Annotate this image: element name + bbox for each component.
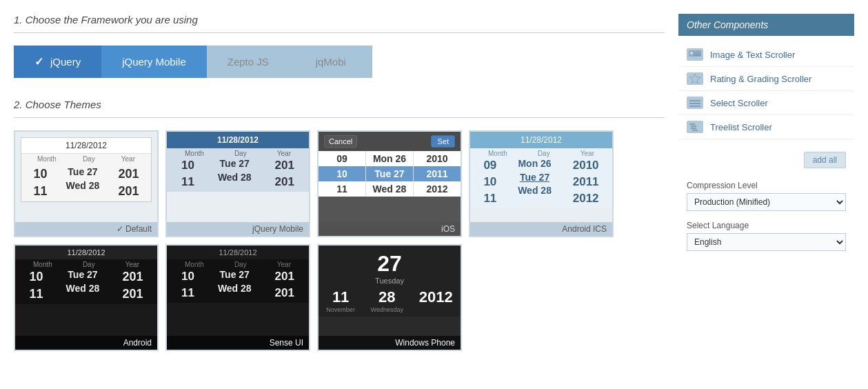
sidebar-item-rating-label: Rating & Grading Scroller (710, 74, 811, 84)
sidebar-item-select-scroller[interactable]: Select Scroller (678, 91, 854, 115)
fw-btn-jquery[interactable]: ✓ jQuery (14, 46, 101, 78)
theme-default[interactable]: 11/28/2012 MonthDayYear 1011 Tue 27Wed 2… (14, 130, 159, 237)
step2-title: 2. Choose Themes (14, 99, 665, 110)
themes-grid: 11/28/2012 MonthDayYear 1011 Tue 27Wed 2… (14, 130, 665, 351)
svg-rect-6 (689, 100, 700, 101)
svg-rect-7 (689, 103, 700, 104)
image-icon (687, 48, 703, 61)
list-icon (687, 97, 703, 109)
main-content: 1. Choose the Framework you are using ✓ … (14, 14, 665, 351)
sidebar-item-image-scroller[interactable]: Image & Text Scroller (678, 43, 854, 67)
theme-android-ics[interactable]: 11/28/2012 MonthDayYear 091011 Mon 26Tue… (469, 130, 614, 237)
check-selected-icon: ✓ (117, 224, 123, 234)
fw-btn-zepto[interactable]: Zepto JS (207, 46, 290, 78)
language-select[interactable]: English French German Spanish (687, 233, 846, 251)
theme-default-label: Default (125, 224, 152, 234)
svg-rect-11 (691, 126, 696, 127)
step2-section: 2. Choose Themes 11/28/2012 MonthDayYear… (14, 99, 665, 351)
framework-buttons: ✓ jQuery jQuery Mobile Zepto JS jqMobi (14, 46, 665, 78)
check-icon: ✓ (34, 55, 43, 68)
select-language-section: Select Language English French German Sp… (678, 218, 854, 258)
step1-section: 1. Choose the Framework you are using ✓ … (14, 14, 665, 78)
theme-android-ics-label: Android ICS (470, 222, 612, 236)
compression-label: Compression Level (687, 181, 846, 190)
svg-rect-12 (691, 128, 696, 129)
theme-windows-phone[interactable]: 27 Tuesday 11 November 28 Wednesday (317, 244, 462, 351)
theme-android[interactable]: 11/28/2012 MonthDayYear 1011 Tue 27Wed 2… (14, 244, 159, 351)
step1-title: 1. Choose the Framework you are using (14, 14, 665, 26)
add-all-button[interactable]: add all (804, 152, 846, 168)
sidebar-item-treelist-scroller[interactable]: Treelist Scroller (678, 115, 854, 139)
compression-section: Compression Level Production (Minified) … (678, 174, 854, 218)
svg-rect-10 (689, 123, 695, 125)
theme-ios-label: iOS (319, 222, 461, 236)
fw-btn-jqmobi[interactable]: jqMobi (290, 46, 372, 78)
sidebar: Other Components Image & Text Scroller R… (678, 14, 854, 351)
theme-jquerymobile-label: jQuery Mobile (167, 222, 309, 236)
theme-android-label: Android (15, 336, 157, 350)
theme-windows-phone-label: Windows Phone (319, 336, 461, 350)
sidebar-items: Image & Text Scroller Rating & Grading S… (678, 36, 854, 146)
theme-ios[interactable]: Cancel Set 09 10 11 Mo (317, 130, 462, 237)
sidebar-item-image-scroller-label: Image & Text Scroller (710, 50, 795, 60)
add-all-area: add all (678, 146, 854, 174)
sidebar-item-treelist-label: Treelist Scroller (710, 122, 772, 132)
sidebar-item-rating-scroller[interactable]: Rating & Grading Scroller (678, 67, 854, 91)
svg-point-2 (690, 52, 693, 54)
sidebar-header: Other Components (678, 14, 854, 36)
svg-rect-8 (689, 106, 700, 107)
ios-set-btn[interactable]: Set (431, 135, 455, 148)
select-language-label: Select Language (687, 221, 846, 230)
ios-cancel-btn[interactable]: Cancel (324, 135, 357, 148)
sidebar-item-select-label: Select Scroller (710, 98, 768, 108)
theme-sense-ui-label: Sense UI (167, 336, 309, 350)
theme-jquerymobile[interactable]: 11/28/2012 MonthDayYear 1011 Tue 27Wed 2… (165, 130, 310, 237)
compression-select[interactable]: Production (Minified) Development (687, 193, 846, 211)
theme-sense-ui[interactable]: 11/28/2012 MonthDayYear 1011 Tue 27Wed 2… (165, 244, 310, 351)
tree-icon (687, 121, 703, 133)
star-icon (687, 72, 703, 85)
svg-rect-13 (692, 130, 698, 131)
fw-btn-jquerymobile[interactable]: jQuery Mobile (101, 46, 207, 78)
svg-marker-4 (689, 74, 700, 83)
